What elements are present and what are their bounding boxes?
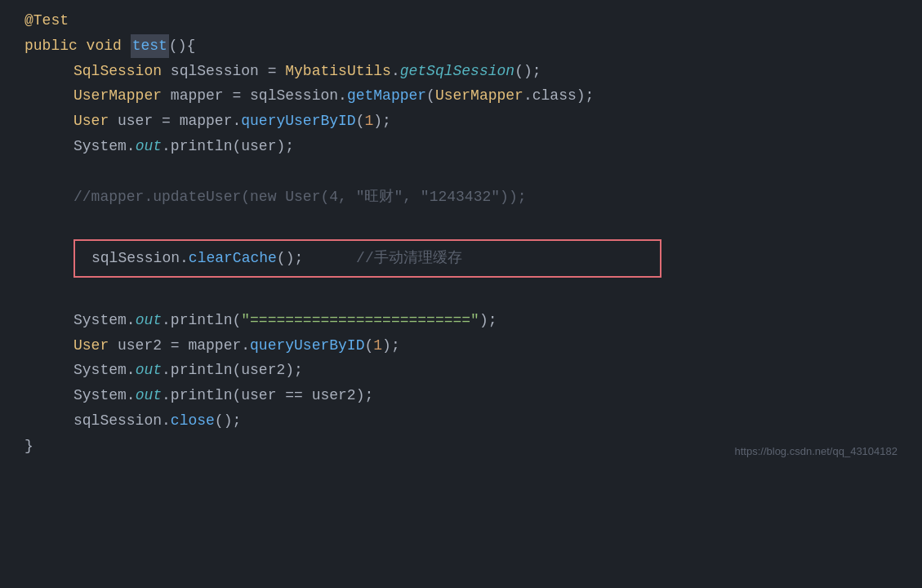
code-plain: sqlSession.	[91, 247, 189, 270]
code-plain: );	[479, 309, 497, 332]
line-sqlsession: SqlSession sqlSession = MybatisUtils . g…	[24, 59, 898, 84]
comment-updateuser: //mapper.updateUser(new User(4, "旺财", "1…	[73, 185, 526, 209]
out-italic: out	[136, 384, 162, 408]
code-plain: .println(user == user2);	[162, 384, 373, 408]
line-annotation: @Test	[24, 8, 898, 33]
number-1: 1	[365, 109, 374, 133]
code-plain: user = mapper.	[109, 109, 241, 133]
type-mybatisutils: MybatisUtils	[285, 60, 391, 83]
code-plain: );	[382, 334, 400, 358]
method-name: test	[131, 34, 169, 58]
code-plain: (	[356, 109, 365, 133]
code-plain: sqlSession.	[73, 409, 171, 433]
type-usermapper2: UserMapper	[435, 84, 523, 108]
code-plain: (	[364, 334, 373, 358]
type-sqlsession: SqlSession	[73, 60, 162, 83]
code-plain: user2 = mapper.	[109, 334, 250, 358]
code-plain: .println(user2);	[162, 359, 303, 382]
method-getmapper: getMapper	[347, 84, 426, 108]
code-plain: System.	[73, 135, 136, 158]
number-1-2: 1	[373, 334, 382, 358]
code-plain: ();	[277, 247, 303, 270]
line-close: sqlSession. close ();	[24, 408, 898, 434]
blank-line-2	[24, 209, 898, 234]
method-paren: (){	[169, 34, 195, 58]
line-user2: User user2 = mapper. queryUserByID ( 1 )…	[24, 333, 898, 359]
type-user: User	[73, 109, 109, 133]
line-method-signature: public void test(){	[24, 33, 898, 59]
type-usermapper: UserMapper	[73, 84, 162, 108]
line-println-compare: System. out .println(user == user2);	[24, 383, 898, 408]
out-italic: out	[136, 309, 162, 332]
keyword-public: public void	[24, 34, 131, 58]
line-usermapper: UserMapper mapper = sqlSession. getMappe…	[24, 83, 898, 109]
code-plain: );	[373, 109, 391, 133]
method-getsqlsession: getSqlSession	[400, 60, 514, 83]
annotation-text: @Test	[24, 9, 69, 33]
code-plain: System.	[73, 309, 136, 332]
line-user: User user = mapper. queryUserByID ( 1 );	[24, 109, 898, 134]
code-plain: (	[426, 84, 435, 108]
line-comment-mapper: //mapper.updateUser(new User(4, "旺财", "1…	[24, 185, 898, 210]
line-clearcache: sqlSession. clearCache (); //手动清理缓存	[91, 246, 644, 271]
code-plain: .println(user);	[162, 135, 294, 158]
code-plain: mapper = sqlSession.	[162, 84, 347, 108]
code-plain: sqlSession =	[162, 60, 285, 83]
out-italic: out	[136, 359, 162, 382]
line-println-equals: System. out .println( "=================…	[24, 308, 898, 333]
line-println-user2: System. out .println(user2);	[24, 358, 898, 383]
closing-brace: }	[24, 434, 33, 458]
string-equals: "========================="	[241, 309, 479, 332]
code-editor: @Test public void test(){ SqlSession sql…	[0, 0, 922, 475]
code-plain: System.	[73, 359, 136, 382]
method-clearcache: clearCache	[189, 247, 277, 270]
semicolon: ();	[514, 60, 541, 83]
highlighted-clear-cache-block: sqlSession. clearCache (); //手动清理缓存	[73, 239, 661, 278]
blank-line-3	[24, 283, 898, 308]
watermark: https://blog.csdn.net/qq_43104182	[735, 443, 898, 461]
code-plain: .class);	[523, 84, 594, 108]
type-user2: User	[73, 334, 109, 358]
code-plain: System.	[73, 384, 136, 408]
method-queryuserbyid: queryUserByID	[241, 109, 355, 133]
line-println-user: System. out .println(user);	[24, 134, 898, 159]
blank-line-1	[24, 159, 898, 185]
code-plain: ();	[215, 409, 241, 433]
out-italic: out	[136, 135, 162, 158]
code-plain: .println(	[162, 309, 241, 332]
method-close: close	[171, 409, 215, 433]
dot: .	[391, 60, 400, 83]
comment-clearcache: //手动清理缓存	[303, 247, 461, 270]
method-queryuserbyid2: queryUserByID	[250, 334, 364, 358]
